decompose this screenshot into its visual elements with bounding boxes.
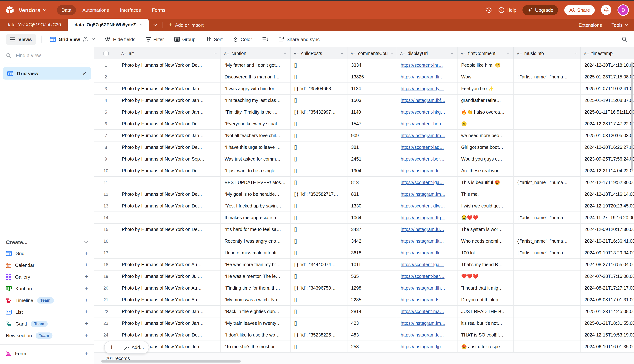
cell-childposts[interactable]: []: [290, 306, 348, 317]
cell-alt[interactable]: Photo by Humans of New York on De…: [118, 165, 221, 176]
cell-caption[interactable]: “It’s hard for me to feel sa…: [221, 224, 290, 235]
table-row[interactable]: 3Photo by Humans of New York on Jan…“I w…: [94, 83, 634, 94]
cell-caption[interactable]: “Back in the eighties dun…: [221, 306, 290, 317]
add-record-button[interactable]: +: [105, 341, 119, 353]
table-row[interactable]: 10Photo by Humans of New York on De…“I j…: [94, 165, 634, 177]
cell-musicinfo[interactable]: { "artist_name": "huma…: [514, 235, 581, 247]
find-view-search[interactable]: [6, 52, 88, 64]
cell-displayurl[interactable]: https://scontent-lga…: [397, 259, 458, 270]
create-header[interactable]: Create...: [0, 236, 94, 248]
cell-childposts[interactable]: []: [290, 270, 348, 282]
cell-childposts[interactable]: []: [290, 94, 348, 106]
cell-commentscount[interactable]: 1140: [348, 106, 397, 118]
cell-childposts[interactable]: []: [290, 153, 348, 164]
cell-caption[interactable]: “I just want to be a single …: [221, 165, 290, 176]
cell-timestamp[interactable]: 2024-12-20T16:26:27.000Z: [581, 142, 634, 153]
sidebar-item-new-section[interactable]: New sectionTeam+: [0, 330, 94, 341]
table-row[interactable]: 1Photo by Humans of New York on De…“My f…: [94, 60, 634, 71]
cell-caption[interactable]: “Finding time for them, th…: [221, 282, 290, 294]
table-tab-active[interactable]: data_Og5Zq6ZPNhWb5ydeZ: [68, 19, 149, 31]
cell-firstcomment[interactable]: Would you guys e…: [458, 153, 514, 164]
cell-firstcomment[interactable]: Girl got some boot…: [458, 142, 514, 153]
cell-timestamp[interactable]: 2024-11-27T19:16:20.000Z: [581, 212, 634, 223]
cell-caption[interactable]: Was just asked for comm…: [221, 153, 290, 164]
cell-musicinfo[interactable]: [514, 188, 581, 200]
cell-caption[interactable]: “I was angry with him for …: [221, 83, 290, 94]
cell-childposts[interactable]: []: [290, 212, 348, 223]
chevron-down-icon[interactable]: [284, 52, 287, 54]
cell-displayurl[interactable]: https://instagram.fm…: [397, 188, 458, 200]
cell-commentscount[interactable]: 3442: [348, 235, 397, 247]
cell-alt[interactable]: Photo by Humans of New York on Jan…: [118, 83, 221, 94]
cell-caption[interactable]: “He was a mentor. The le…: [221, 270, 290, 282]
table-row[interactable]: 16Recently I was angry eno…[]3442https:/…: [94, 235, 634, 247]
cell-caption[interactable]: “Yes, I fucked up by sayin…: [221, 200, 290, 212]
chevron-down-icon[interactable]: [390, 52, 393, 54]
cell-commentscount[interactable]: 2235: [348, 294, 397, 305]
column-header-timestamp[interactable]: Atimestamp: [581, 47, 634, 60]
plus-icon[interactable]: +: [85, 250, 88, 256]
cell-musicinfo[interactable]: [514, 153, 581, 164]
cell-timestamp[interactable]: 2024-12-19T20:23:45.000Z: [581, 200, 634, 212]
cell-firstcomment[interactable]: Feel you bro ✨: [458, 83, 514, 94]
table-row[interactable]: 25Photo by Humans of New York on Jun…“To…: [94, 341, 634, 353]
extensions-button[interactable]: Extensions: [579, 22, 602, 28]
cell-childposts[interactable]: []: [290, 200, 348, 212]
cell-timestamp[interactable]: 2023-09-25T17:56:24.000Z: [581, 153, 634, 164]
cell-alt[interactable]: Photo by Humans of New York on Au…: [118, 294, 221, 305]
cell-caption[interactable]: “I don't like to use the wo…: [221, 329, 290, 340]
cell-firstcomment[interactable]: The system is wor…: [458, 224, 514, 235]
cell-timestamp[interactable]: 2025-01-03T20:05:03.000Z: [581, 130, 634, 141]
cell-commentscount[interactable]: 3437: [348, 224, 397, 235]
nav-automations[interactable]: Automations: [78, 5, 113, 15]
plus-icon[interactable]: +: [85, 262, 88, 268]
cell-musicinfo[interactable]: [514, 106, 581, 118]
cell-musicinfo[interactable]: [514, 83, 581, 94]
cell-timestamp[interactable]: 2024-12-30T14:18:10.000Z: [581, 60, 634, 71]
grid-view-button[interactable]: Grid view: [47, 34, 98, 44]
cell-caption[interactable]: “Not all teachers love chil…: [221, 130, 290, 141]
cell-childposts[interactable]: []: [290, 71, 348, 82]
cell-firstcomment[interactable]: ❤️❤️❤️: [458, 270, 514, 282]
chevron-down-icon[interactable]: [574, 52, 577, 54]
cell-childposts[interactable]: [ { "id": "35404668…: [290, 83, 348, 94]
cell-musicinfo[interactable]: [514, 294, 581, 305]
table-row[interactable]: 21Photo by Humans of New York on Au…“My …: [94, 294, 634, 306]
cell-childposts[interactable]: []: [290, 247, 348, 258]
cell-commentscount[interactable]: 2814: [348, 306, 397, 317]
cell-musicinfo[interactable]: { "artist_name": "huma…: [514, 177, 581, 188]
table-row[interactable]: 20Photo by Humans of New York on Au…“Fin…: [94, 282, 634, 294]
workspace-menu[interactable]: Vendors: [19, 7, 47, 13]
cell-musicinfo[interactable]: [514, 94, 581, 106]
cell-childposts[interactable]: []: [290, 130, 348, 141]
cell-firstcomment[interactable]: That's my friend B…: [458, 259, 514, 270]
cell-musicinfo[interactable]: [514, 142, 581, 153]
cell-musicinfo[interactable]: [514, 329, 581, 340]
cell-commentscount[interactable]: 1011: [348, 259, 397, 270]
cell-timestamp[interactable]: 2024-06-10T16:01:35.000Z: [581, 341, 634, 352]
cell-displayurl[interactable]: https://scontent-hou…: [397, 118, 458, 130]
views-button[interactable]: Views: [6, 34, 36, 44]
table-row[interactable]: 7Photo by Humans of New York on Jan…“Not…: [94, 130, 634, 142]
cell-firstcomment[interactable]: THAT is SO cool!!!…: [458, 329, 514, 340]
cell-firstcomment[interactable]: we need more peo…: [458, 130, 514, 141]
upgrade-button[interactable]: Upgrade: [523, 5, 558, 15]
cell-alt[interactable]: Photo by Humans of New York on De…: [118, 60, 221, 71]
cell-alt[interactable]: Photo by Humans of New York on Jul…: [118, 270, 221, 282]
cell-alt[interactable]: [118, 235, 221, 247]
cell-displayurl[interactable]: https://instagram.fli…: [397, 71, 458, 82]
cell-alt[interactable]: Photo by Humans of New York on De…: [118, 142, 221, 153]
cell-caption[interactable]: “My father and I don’t get…: [221, 60, 290, 71]
history-icon[interactable]: [486, 7, 492, 13]
cell-musicinfo[interactable]: { "artist_name": "huma…: [514, 212, 581, 223]
tools-button[interactable]: Tools: [611, 22, 628, 28]
cell-timestamp[interactable]: 2024-12-09T20:17:30.000Z: [581, 224, 634, 235]
cell-commentscount[interactable]: 2451: [348, 153, 397, 164]
cell-alt[interactable]: Photo by Humans of New York on Jan…: [118, 106, 221, 118]
cell-commentscount[interactable]: 1547: [348, 118, 397, 130]
plus-icon[interactable]: +: [85, 321, 88, 326]
cell-firstcomment[interactable]: grandfather retire…: [458, 94, 514, 106]
chevron-down-icon[interactable]: [507, 52, 510, 54]
cell-timestamp[interactable]: 2024-08-27T16:55:04.000Z: [581, 259, 634, 270]
plus-icon[interactable]: +: [85, 297, 88, 303]
